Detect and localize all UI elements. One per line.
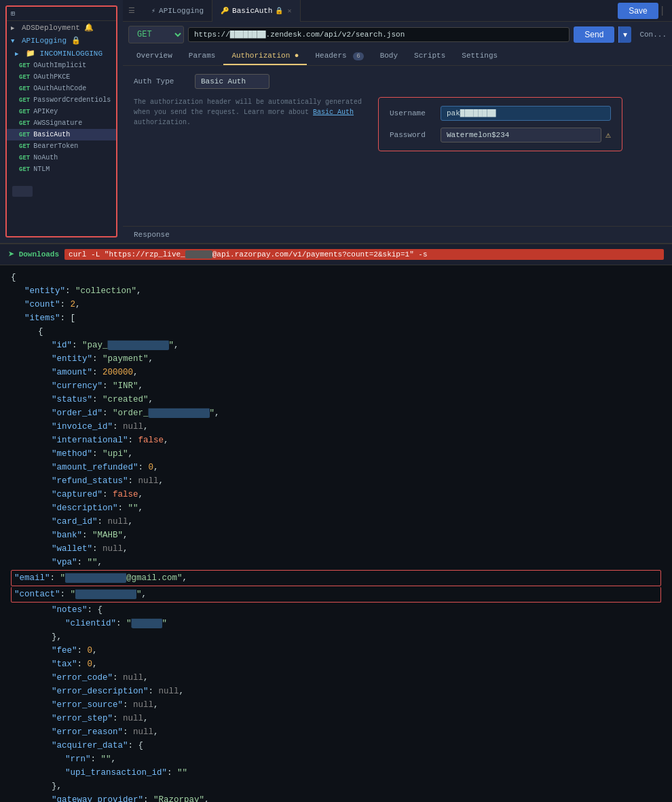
tab-apilogging[interactable]: ⚡ APILogging bbox=[143, 0, 212, 22]
tab-bar: ☰ ⚡ APILogging 🔑 BasicAuth 🔒 ✕ Save | bbox=[123, 0, 672, 22]
auth-type-row: Auth Type Basic Auth Bearer Token OAuth … bbox=[134, 74, 661, 89]
sidebar-item-oauthimplicit[interactable]: GET OAuthImplicit bbox=[7, 60, 116, 71]
sidebar-item-ntlm[interactable]: GET NTLM bbox=[7, 164, 116, 175]
downloads-bar: ➤ Downloads curl -L "https://rzp_live_@a… bbox=[0, 244, 672, 265]
more-options[interactable]: Con... bbox=[639, 31, 667, 39]
password-input[interactable] bbox=[441, 128, 601, 142]
url-input[interactable] bbox=[188, 27, 570, 42]
sidebar-item-apikey[interactable]: GET APIKey bbox=[7, 106, 116, 117]
sidebar-item-bearertoken[interactable]: GET BearerToken bbox=[7, 140, 116, 152]
sidebar-item-oauthauthcode[interactable]: GET OAuthAuthCode bbox=[7, 83, 116, 94]
sidebar-item-apilogging[interactable]: ▼ APILogging 🔒 bbox=[7, 34, 116, 47]
tab-basicauth[interactable]: 🔑 BasicAuth 🔒 ✕ bbox=[212, 0, 300, 22]
sidebar-item-awssignature[interactable]: GET AWSSignature bbox=[7, 117, 116, 129]
username-label: Username bbox=[390, 109, 441, 117]
arrow-right-icon: ➤ bbox=[8, 248, 15, 261]
password-row: Password ⚠ bbox=[390, 128, 611, 142]
eye-icon[interactable]: ⚠ bbox=[605, 130, 611, 140]
sidebar-item-adsdeployment[interactable]: ▶ ADSDeployment 🔔 bbox=[7, 21, 116, 34]
currency-field: "currency": "INR", bbox=[11, 379, 661, 393]
password-label: Password bbox=[390, 131, 441, 139]
send-button[interactable]: Send bbox=[574, 26, 614, 43]
save-button[interactable]: Save bbox=[618, 3, 658, 19]
sidebar: ⊞ ▶ ADSDeployment 🔔 ▼ APILogging 🔒 ▶ 📁 I… bbox=[5, 5, 117, 237]
method-select[interactable]: GET POST PUT DELETE bbox=[128, 26, 184, 43]
key-icon: 🔑 bbox=[221, 7, 229, 15]
tab-authorization[interactable]: Authorization ● bbox=[223, 47, 307, 65]
auth-info-text: The authorization header will be automat… bbox=[134, 97, 365, 128]
auth-type-select[interactable]: Basic Auth Bearer Token OAuth 2.0 No Aut… bbox=[195, 74, 269, 89]
tab-headers[interactable]: Headers 6 bbox=[307, 47, 371, 65]
username-input[interactable] bbox=[441, 106, 611, 121]
sidebar-item-oauthpkce[interactable]: GET OAuthPKCE bbox=[7, 71, 116, 83]
username-row: Username bbox=[390, 106, 611, 121]
sidebar-header: ⊞ bbox=[7, 7, 116, 21]
auth-section: Auth Type Basic Auth Bearer Token OAuth … bbox=[123, 66, 672, 243]
api-icon: ⚡ bbox=[151, 7, 155, 15]
tab-scripts[interactable]: Scripts bbox=[406, 47, 453, 65]
downloads-label: Downloads bbox=[19, 250, 59, 259]
nav-tabs: Overview Params Authorization ● Headers … bbox=[123, 47, 672, 66]
sidebar-item-noauth[interactable]: GET NoAuth bbox=[7, 152, 116, 164]
tab-close-icon[interactable]: ✕ bbox=[287, 7, 291, 15]
auth-type-label: Auth Type bbox=[134, 77, 188, 85]
credentials-box: Username Password ⚠ bbox=[378, 97, 622, 151]
response-section: Response bbox=[123, 226, 672, 243]
bottom-panel: ➤ Downloads curl -L "https://rzp_live_@a… bbox=[0, 244, 672, 802]
curl-command[interactable]: curl -L "https://rzp_live_@api.razorpay.… bbox=[64, 249, 664, 260]
tab-params[interactable]: Params bbox=[181, 47, 224, 65]
sidebar-item-basicauth[interactable]: GET BasicAuth bbox=[7, 129, 116, 140]
url-bar: GET POST PUT DELETE Send ▾ Con... bbox=[123, 22, 672, 47]
tab-overview[interactable]: Overview bbox=[128, 47, 181, 65]
tab-body[interactable]: Body bbox=[372, 47, 406, 65]
json-content: { "entity": "collection", "count": 2, "i… bbox=[0, 265, 672, 802]
sidebar-item-passwordcred[interactable]: GET PasswordCredentiols bbox=[7, 94, 116, 106]
send-dropdown-button[interactable]: ▾ bbox=[618, 26, 631, 43]
tab-menu-icon[interactable]: ☰ bbox=[128, 6, 135, 15]
divider: | bbox=[660, 5, 665, 16]
basic-auth-link[interactable]: Basic Auth bbox=[313, 109, 354, 116]
sidebar-item-incominlogging[interactable]: ▶ 📁 INCOMINLOGGING bbox=[7, 47, 116, 60]
tab-settings[interactable]: Settings bbox=[453, 47, 506, 65]
main-content: ☰ ⚡ APILogging 🔑 BasicAuth 🔒 ✕ Save | GE… bbox=[123, 0, 672, 243]
lock-icon: 🔒 bbox=[275, 7, 283, 15]
